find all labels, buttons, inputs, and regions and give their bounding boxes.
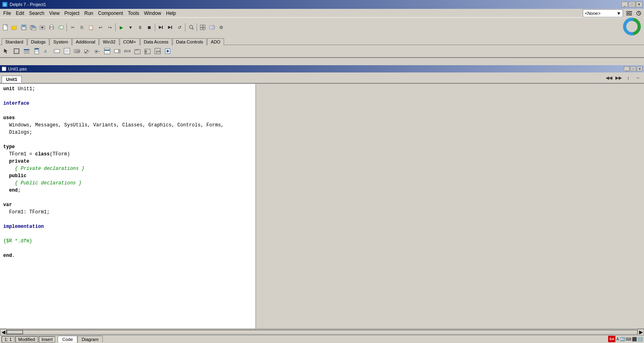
inspect-btn[interactable]: [187, 23, 195, 32]
svg-rect-41: [210, 26, 212, 29]
palette-tab-complus[interactable]: COM+: [120, 38, 140, 45]
close-button[interactable]: ✕: [636, 2, 642, 7]
copy-btn[interactable]: ⎘: [77, 23, 86, 32]
toggle-btn[interactable]: [56, 23, 65, 32]
svg-rect-28: [50, 28, 53, 29]
menu-help[interactable]: Help: [164, 10, 179, 17]
code-line: { Private declarations }: [3, 165, 252, 172]
palette-frame-btn[interactable]: [12, 46, 21, 56]
doc-tab-unit1[interactable]: Unit1: [2, 76, 22, 83]
palette-button-btn[interactable]: OK: [72, 46, 82, 56]
code-editor[interactable]: unit Unit1; interface uses Windows, Mess…: [0, 84, 256, 329]
horizontal-scrollbar[interactable]: ◀ ▶: [0, 329, 644, 335]
nav-back-btn[interactable]: ◀◀: [605, 73, 613, 82]
cut-btn[interactable]: ✂: [68, 23, 77, 32]
palette-mainmenu-btn[interactable]: [22, 46, 31, 56]
redo-btn[interactable]: ↪: [105, 23, 114, 32]
menu-run[interactable]: Run: [82, 10, 96, 17]
palette-tab-system[interactable]: System: [50, 38, 72, 45]
menu-tools[interactable]: Tools: [125, 10, 141, 17]
palette-tab-additional[interactable]: Additional: [72, 38, 99, 45]
palette-tab-datacontrols[interactable]: Data Controls: [172, 38, 207, 45]
doc-close-btn[interactable]: ✕: [637, 66, 642, 71]
sa-logo: SA: [608, 336, 615, 342]
svg-rect-21: [33, 27, 35, 28]
scroll-right-btn[interactable]: ▶: [638, 329, 644, 335]
component-selector[interactable]: <None> ▼: [583, 9, 623, 17]
minimize-button[interactable]: _: [621, 2, 628, 7]
menu-window[interactable]: Window: [141, 10, 164, 17]
open-btn[interactable]: [10, 23, 19, 32]
run-arrow-btn[interactable]: ▼: [126, 23, 135, 32]
toolbar-btn-configure2[interactable]: [634, 9, 643, 18]
svg-rect-29: [50, 27, 50, 27]
main-container: D Delphi 7 - Project1 _ □ ✕ File Edit Se…: [0, 0, 644, 343]
palette-groupbox-btn[interactable]: grp: [133, 46, 142, 56]
svg-rect-39: [203, 28, 205, 30]
palette-tab-standard[interactable]: Standard: [2, 38, 27, 45]
palette-panel-btn[interactable]: pnl: [153, 46, 162, 56]
palette-scrollbar-btn[interactable]: [123, 46, 132, 56]
view-toggle-btn[interactable]: [198, 23, 207, 32]
doc-minimize-btn[interactable]: _: [624, 66, 629, 71]
sep1: [66, 23, 67, 31]
palette-combobox-btn[interactable]: [112, 46, 122, 56]
bottom-tab-diagram[interactable]: Diagram: [77, 336, 103, 343]
palette-memo-btn[interactable]: [62, 46, 72, 56]
nav-forward-btn[interactable]: ▶▶: [614, 73, 623, 82]
palette-checkbox-btn[interactable]: [82, 46, 92, 56]
palette-tab-ado[interactable]: ADO: [207, 38, 224, 45]
svg-point-63: [96, 51, 97, 52]
toolbar-btn-configure1[interactable]: [625, 9, 634, 18]
palette-radiobutton-btn[interactable]: [92, 46, 102, 56]
maximize-button[interactable]: □: [629, 2, 635, 7]
paste-btn[interactable]: 📋: [87, 23, 96, 32]
palette-popupmenu-btn[interactable]: [32, 46, 42, 56]
scroll-left-btn[interactable]: ◀: [0, 329, 6, 335]
palette-arrow-tool[interactable]: [2, 46, 11, 56]
palette-tab-dialogs[interactable]: Dialogs: [27, 38, 50, 45]
palette-actionlist-btn[interactable]: [163, 46, 172, 56]
reset-btn[interactable]: ↺: [175, 23, 184, 32]
doc-nav-arrows: ◀◀ ▶▶ ↕ ↔: [605, 73, 642, 83]
palette-tab-dataaccess[interactable]: Data Access: [140, 38, 172, 45]
palette-label-btn[interactable]: A: [42, 46, 52, 56]
run-btn[interactable]: ▶: [117, 23, 126, 32]
nav-expand-btn[interactable]: ↔: [634, 73, 642, 82]
tracein-btn[interactable]: [166, 23, 175, 32]
save-btn[interactable]: [19, 23, 28, 32]
print-btn[interactable]: [47, 23, 56, 32]
palette-listbox-btn[interactable]: [102, 46, 112, 56]
nav-up-btn[interactable]: ↕: [624, 73, 633, 82]
saveall-btn[interactable]: [29, 23, 37, 32]
bottom-tab-code[interactable]: Code: [58, 336, 77, 343]
position-text: 1: 1: [4, 337, 12, 342]
stop-btn[interactable]: ⏹: [145, 23, 154, 32]
svg-text:OK: OK: [75, 50, 80, 53]
stepover-btn[interactable]: [156, 23, 165, 32]
undo-btn[interactable]: ↩: [96, 23, 105, 32]
sa-icon-area: SA A 🔤 ⌨ ⬛ 🔢: [607, 335, 644, 343]
menu-view[interactable]: View: [47, 10, 62, 17]
menu-project[interactable]: Project: [62, 10, 82, 17]
palette-edit-btn[interactable]: [52, 46, 62, 56]
toggle2-btn[interactable]: [208, 23, 216, 32]
gear-btn[interactable]: ⚙: [217, 23, 226, 32]
svg-rect-66: [104, 50, 110, 51]
scrollbar-thumb[interactable]: [7, 330, 23, 334]
palette-tab-win32[interactable]: Win32: [99, 38, 119, 45]
open2-btn[interactable]: [38, 23, 47, 32]
menu-file[interactable]: File: [1, 10, 13, 17]
status-insert-mode: Insert: [39, 336, 56, 343]
menu-component[interactable]: Component: [96, 10, 125, 17]
bottom-tab-group: Code Diagram: [58, 336, 103, 343]
pause-btn[interactable]: ⏸: [135, 23, 144, 32]
doc-title-text: Unit1.pas: [8, 66, 27, 71]
scrollbar-track[interactable]: [6, 330, 638, 335]
code-line: Windows, Messages, SysUtils, Variants, C…: [3, 122, 252, 129]
doc-maximize-btn[interactable]: □: [630, 66, 636, 71]
menu-search[interactable]: Search: [27, 10, 47, 17]
new-btn[interactable]: [1, 23, 10, 32]
menu-edit[interactable]: Edit: [13, 10, 27, 17]
palette-radiogroup-btn[interactable]: [143, 46, 152, 56]
